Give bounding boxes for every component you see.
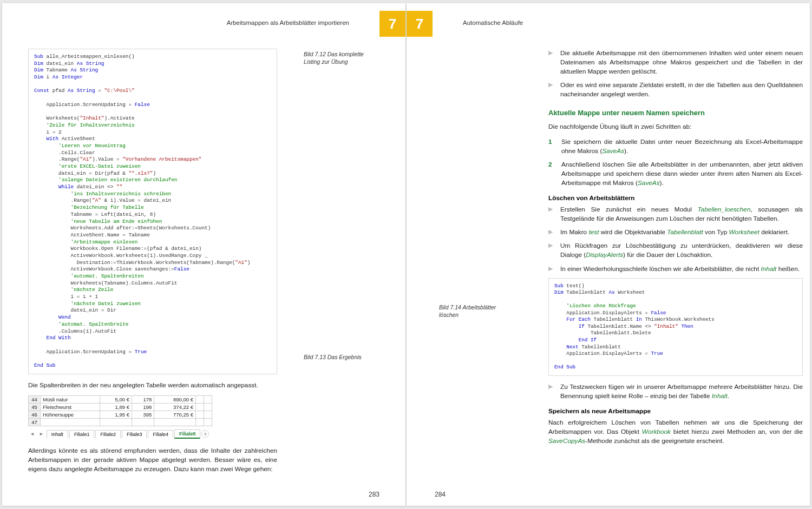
caption-7-14: Bild 7.14 Arbeitsblätter löschen xyxy=(439,304,515,319)
sheet-tab[interactable]: Filiale2 xyxy=(95,430,121,438)
chapter-badge-right: 7 xyxy=(407,11,433,37)
page-number-left: 283 xyxy=(369,491,379,498)
book-spread: Arbeitsmappen als Arbeitsblätter importi… xyxy=(2,3,810,506)
chapter-badge-left: 7 xyxy=(379,11,405,37)
bullet-item: ▶Im Makro test wird die Objektvariable T… xyxy=(548,228,803,237)
left-content: Sub alle_Arbeitsmappen_einlesen() Dim da… xyxy=(28,49,379,474)
sheet-tab-active[interactable]: Filiale5 xyxy=(174,429,201,439)
excel-result-table: 44Müsli natur5,00 €178890,00 € 45Fleisch… xyxy=(28,395,212,426)
caption-7-12: Bild 7.12 Das komplette Listing zur Übun… xyxy=(304,51,379,65)
sheet-tab[interactable]: Filiale1 xyxy=(69,430,95,438)
code-listing-test: Sub test() Dim Tabellenblatt As Workshee… xyxy=(548,278,803,376)
excel-sheet-tabs: ◄ ► Inhalt Filiale1 Filiale2 Filiale3 Fi… xyxy=(28,429,379,439)
triangle-icon: ▶ xyxy=(548,382,555,401)
bullet-item: ▶Zu Testzwecken fügen wir in unserer Arb… xyxy=(548,382,803,401)
triangle-icon: ▶ xyxy=(548,265,555,274)
bullet-item: ▶Erstellen Sie zunächst ein neues Modul … xyxy=(548,205,803,223)
para-spaltenbreiten: Die Spaltenbreiten in der neu angelegten… xyxy=(28,381,277,390)
heading-aktuelle-mappe: Aktuelle Mappe unter neuem Namen speiche… xyxy=(548,109,803,117)
para-speichern: Nach erfolgreichem Löschen von Tabellen … xyxy=(548,418,803,446)
page-left: Arbeitsmappen als Arbeitsblätter importi… xyxy=(2,3,405,506)
bullet-item: ▶In einer Wiederholungsschleife löschen … xyxy=(548,265,803,274)
bullet-item: ▶Um Rückfragen zur Löschbestätigung zu u… xyxy=(548,241,803,260)
caption-7-13: Bild 7.13 Das Ergebnis xyxy=(304,354,379,361)
sheet-tab[interactable]: Inhalt xyxy=(47,430,68,438)
page-number-right: 284 xyxy=(435,491,446,498)
add-sheet-button[interactable]: + xyxy=(201,430,209,438)
tab-nav-next[interactable]: ► xyxy=(37,431,45,437)
triangle-icon: ▶ xyxy=(548,241,555,260)
bullet-item: ▶Die aktuelle Arbeitsmappe mit den übern… xyxy=(548,49,803,76)
right-content: ▶Die aktuelle Arbeitsmappe mit den übern… xyxy=(548,49,803,446)
bullet-item: ▶Oder es wird eine separate Zieldatei er… xyxy=(548,81,803,99)
step-2: 2Anschließend löschen Sie alle Arbeitsbl… xyxy=(548,160,803,188)
triangle-icon: ▶ xyxy=(548,228,555,237)
code-listing-7-12: Sub alle_Arbeitsmappen_einlesen() Dim da… xyxy=(28,49,277,374)
triangle-icon: ▶ xyxy=(548,205,555,223)
triangle-icon: ▶ xyxy=(548,49,555,76)
tab-nav-prev[interactable]: ◄ xyxy=(28,431,36,437)
triangle-icon: ▶ xyxy=(548,81,555,99)
page-right: 7 Automatische Abläufe Bild 7.14 Arbeits… xyxy=(407,3,810,506)
step-1: 1Sie speichern die aktuelle Datei unter … xyxy=(548,137,803,156)
running-head-left: Arbeitsmappen als Arbeitsblätter importi… xyxy=(227,19,349,26)
sheet-tab[interactable]: Filiale3 xyxy=(122,430,147,438)
heading-speichern-neue: Speichern als neue Arbeitsmappe xyxy=(548,407,803,415)
sheet-tab[interactable]: Filiale4 xyxy=(148,430,173,438)
para-intro: Die nachfolgende Übung läuft in zwei Sch… xyxy=(548,122,803,131)
heading-loeschen: Löschen von Arbeitsblättern xyxy=(548,194,803,202)
running-head-right: Automatische Abläufe xyxy=(463,19,523,26)
para-allerdings: Allerdings könnte es als störend empfund… xyxy=(28,446,277,474)
